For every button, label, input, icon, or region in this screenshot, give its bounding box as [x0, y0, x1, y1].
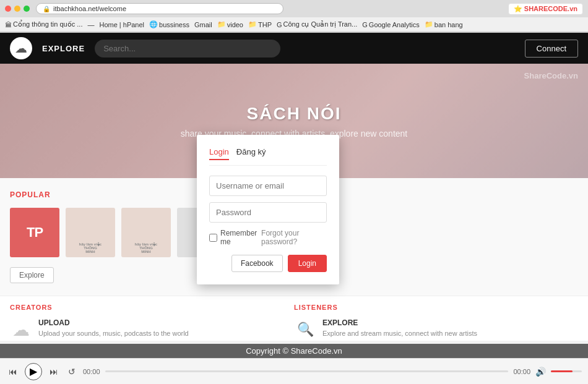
popular-item-1-label: TP [27, 224, 43, 241]
creators-feature: ☁ UPLOAD Upload your sounds, music, podc… [10, 318, 294, 341]
bookmark-cong-thong-tin[interactable]: 🏛 Cổng thông tin quốc ... [5, 20, 82, 28]
bookmark-thp[interactable]: 📁 THP [248, 20, 272, 28]
bookmark-label: Gmail [194, 21, 212, 28]
popular-item-3[interactable]: hãy làm việcTHÔNGMINH [121, 208, 171, 257]
next-button[interactable]: ⏭ [47, 365, 61, 378]
item-2-text: hãy làm việcTHÔNGMINH [79, 242, 102, 254]
bookmark-label: Home | hPanel [99, 21, 144, 28]
bookmark-label: THP [258, 21, 272, 28]
bookmark-label: Cổng thông tin quốc ... [13, 20, 82, 28]
bookmark-google-analytics[interactable]: G Google Analytics [362, 21, 420, 28]
modal-buttons: Facebook Login [209, 255, 327, 272]
popular-item-3-inner: hãy làm việcTHÔNGMINH [121, 208, 171, 257]
bookmark-gmail[interactable]: Gmail [194, 21, 212, 28]
minimize-window-btn[interactable] [14, 6, 20, 12]
explore-nav-label[interactable]: EXPLORE [42, 44, 85, 53]
popular-item-1[interactable]: TP [10, 208, 59, 257]
facebook-button[interactable]: Facebook [231, 255, 283, 272]
bookmark-video[interactable]: 📁 video [217, 20, 243, 28]
explore-button[interactable]: Explore [10, 267, 54, 283]
close-window-btn[interactable] [5, 6, 11, 12]
explore-feature-title: EXPLORE [322, 318, 477, 327]
volume-slider[interactable] [551, 370, 582, 372]
bookmark-bussiness[interactable]: 🌐 bussiness [149, 20, 189, 28]
bookmark-icon: 🏛 [5, 21, 12, 28]
folder-icon: 📁 [425, 20, 433, 28]
player-time-right: 00:00 [513, 368, 530, 375]
bookmark-cong-cu[interactable]: G Công cụ Quản trị Tran... [277, 20, 357, 28]
connect-button[interactable]: Connect [525, 40, 578, 58]
tab-login[interactable]: Login [209, 147, 229, 160]
bookmark-ban-hang[interactable]: 📁 ban hang [425, 20, 463, 28]
username-input[interactable] [209, 176, 327, 196]
player-bar: ⏮ ▶ ⏭ ↺ 00:00 00:00 🔊 [0, 358, 588, 384]
bookmark-label: Công cụ Quản trị Tran... [283, 20, 358, 28]
bookmark-separator: — [87, 21, 94, 28]
remember-row: Remember me Forgot your password? [209, 229, 327, 246]
creators-title: CREATORS [10, 304, 294, 311]
lock-icon: 🔒 [43, 6, 50, 12]
folder-icon: 📁 [248, 20, 257, 28]
url-text: itbachkhoa.net/welcome [53, 5, 126, 12]
sharecode-text: SHARECODE.vn [524, 5, 577, 12]
bookmark-label: video [227, 21, 243, 28]
page-wrapper: 🔒 itbachkhoa.net/welcome ⭐ SHARECODE.vn … [0, 0, 588, 384]
app-logo[interactable]: ☁ [10, 37, 32, 59]
volume-fill [551, 370, 573, 372]
player-progress-bar[interactable] [105, 370, 509, 372]
player-time-left: 00:00 [83, 368, 100, 375]
popular-item-2-inner: hãy làm việcTHÔNGMINH [66, 208, 115, 257]
folder-icon: 📁 [217, 20, 226, 28]
listeners-feature: 🔍 EXPLORE Explore and stream music, conn… [294, 318, 578, 341]
hero-watermark: ShareCode.vn [524, 71, 578, 80]
creators-feature-text: UPLOAD Upload your sounds, music, podcas… [38, 318, 189, 338]
forgot-password-link[interactable]: Forgot your password? [261, 229, 327, 246]
explore-feature-desc: Explore and stream music, connect with n… [322, 329, 477, 338]
google-icon: G [362, 21, 368, 28]
google-icon: G [277, 21, 282, 28]
password-input[interactable] [209, 202, 327, 223]
upload-desc: Upload your sounds, music, podcasts to t… [38, 329, 189, 338]
window-controls [5, 6, 30, 12]
remember-label: Remember me [220, 229, 261, 246]
title-bar: 🔒 itbachkhoa.net/welcome ⭐ SHARECODE.vn [0, 0, 588, 17]
app-header: ☁ EXPLORE Connect [0, 33, 588, 64]
copyright-text: Copyright © ShareCode.vn [246, 346, 342, 356]
popular-item-2[interactable]: hãy làm việcTHÔNGMINH [66, 208, 115, 257]
item-3-text: hãy làm việcTHÔNGMINH [135, 242, 157, 254]
browser-chrome: 🔒 itbachkhoa.net/welcome ⭐ SHARECODE.vn … [0, 0, 588, 33]
globe-icon: 🌐 [149, 20, 158, 28]
copyright-bar: Copyright © ShareCode.vn [0, 344, 588, 358]
explore-feature-icon: 🔍 [294, 318, 316, 341]
cloud-icon: ☁ [15, 41, 27, 56]
tab-register[interactable]: Đăng ký [236, 147, 266, 160]
hero-title: SÁCH NÓI [247, 104, 342, 124]
upload-title: UPLOAD [38, 318, 189, 327]
remember-left: Remember me [209, 229, 261, 246]
maximize-window-btn[interactable] [24, 6, 30, 12]
sharecode-star-icon: ⭐ [514, 5, 522, 13]
bookmark-label: bussiness [159, 21, 189, 28]
replay-button[interactable]: ↺ [66, 365, 78, 378]
upload-icon: ☁ [10, 318, 32, 341]
login-button[interactable]: Login [288, 255, 327, 272]
listeners-title: LISTENERS [294, 304, 578, 311]
listeners-feature-text: EXPLORE Explore and stream music, connec… [322, 318, 477, 338]
bookmark-label: Google Analytics [369, 21, 420, 28]
bottom-sections: CREATORS ☁ UPLOAD Upload your sounds, mu… [0, 296, 588, 341]
search-input[interactable] [95, 40, 280, 58]
remember-checkbox[interactable] [209, 234, 217, 242]
volume-icon: 🔊 [535, 367, 546, 377]
listeners-col: LISTENERS 🔍 EXPLORE Explore and stream m… [294, 304, 578, 341]
bookmark-home-hpanel[interactable]: Home | hPanel [99, 21, 144, 28]
creators-col: CREATORS ☁ UPLOAD Upload your sounds, mu… [10, 304, 294, 341]
login-modal: Login Đăng ký Remember me Forgot your pa… [197, 135, 339, 284]
bookmarks-bar: 🏛 Cổng thông tin quốc ... — Home | hPane… [0, 17, 588, 32]
play-button[interactable]: ▶ [25, 363, 42, 380]
bookmark-label: ban hang [435, 21, 463, 28]
sharecode-badge: ⭐ SHARECODE.vn [508, 3, 583, 15]
url-bar[interactable]: 🔒 itbachkhoa.net/welcome [36, 3, 283, 14]
modal-tabs: Login Đăng ký [209, 147, 327, 166]
prev-button[interactable]: ⏮ [6, 365, 20, 378]
